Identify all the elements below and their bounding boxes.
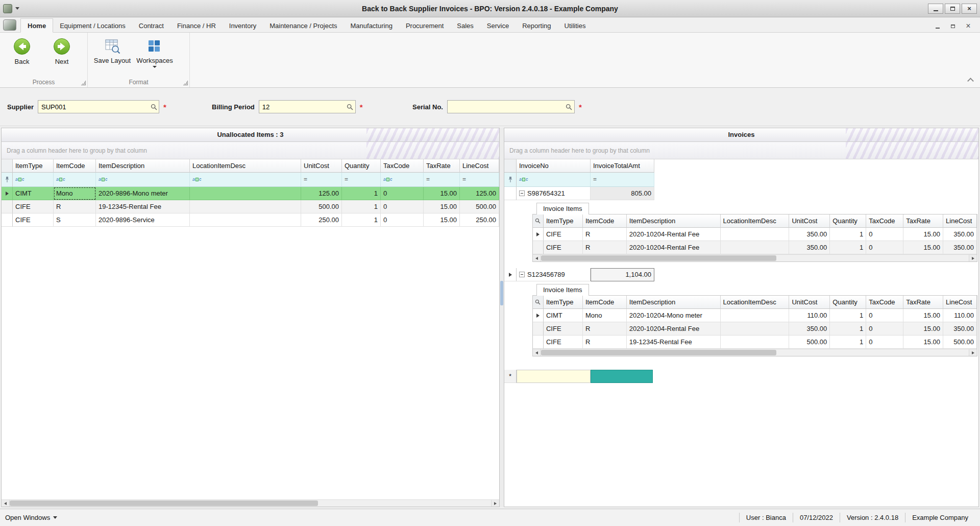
group-by-bar[interactable]: Drag a column header here to group by th… [2, 142, 499, 159]
cell-quantity[interactable]: 1 [830, 228, 866, 241]
minimize-button[interactable] [928, 4, 943, 14]
table-row[interactable]: CIMTMono2020-10204-Mono meter110.001015.… [533, 309, 977, 322]
cell-itemtype[interactable]: CIFE [13, 200, 54, 213]
column-header-itemcode[interactable]: ItemCode [583, 214, 627, 228]
close-button[interactable]: × [962, 4, 977, 14]
column-header-itemtype[interactable]: ItemType [544, 296, 583, 309]
scrollbar-track[interactable] [10, 500, 491, 507]
new-invoice-row[interactable]: * [504, 370, 978, 383]
collapse-icon[interactable] [519, 272, 525, 277]
detail-horizontal-scrollbar[interactable] [533, 254, 977, 261]
cell-taxrate[interactable]: 15.00 [424, 213, 460, 227]
cell-linecost[interactable]: 500.00 [943, 336, 977, 349]
filter-cell-unitcost[interactable]: = [301, 173, 342, 187]
cell-itemcode[interactable]: R [583, 241, 627, 254]
cell-taxcode[interactable]: 0 [866, 322, 903, 336]
cell-itemdescription[interactable]: 2020-9896-Mono meter [96, 187, 190, 200]
cell-unitcost[interactable]: 250.00 [301, 213, 342, 227]
back-button[interactable]: Back [3, 35, 41, 65]
cell-locationitemdesc[interactable] [721, 322, 790, 336]
cell-taxrate[interactable]: 15.00 [424, 187, 460, 200]
cell-itemdescription[interactable]: 2020-9896-Service [96, 213, 190, 227]
group-by-bar[interactable]: Drag a column header here to group by th… [504, 142, 978, 159]
menu-tab-equipment-locations[interactable]: Equipment / Locations [53, 19, 132, 32]
cell-linecost[interactable]: 110.00 [943, 309, 977, 322]
column-header-itemtype[interactable]: ItemType [13, 159, 54, 173]
menu-tab-procurement[interactable]: Procurement [399, 19, 450, 32]
column-header-unitcost[interactable]: UnitCost [301, 159, 342, 173]
column-header-quantity[interactable]: Quantity [830, 296, 866, 309]
cell-itemcode[interactable]: Mono [54, 187, 96, 200]
cell-locationitemdesc[interactable] [721, 309, 790, 322]
cell-locationitemdesc[interactable] [721, 241, 790, 254]
new-invoiceno-cell[interactable] [517, 370, 591, 383]
cell-itemdescription[interactable]: 2020-10204-Rental Fee [627, 228, 721, 241]
search-icon[interactable] [150, 103, 158, 111]
cell-itemcode[interactable]: R [583, 228, 627, 241]
column-header-taxcode[interactable]: TaxCode [381, 159, 424, 173]
column-header-taxrate[interactable]: TaxRate [424, 159, 460, 173]
column-header-itemdescription[interactable]: ItemDescription [627, 296, 721, 309]
table-row[interactable]: CIFER2020-10204-Rental Fee350.001015.003… [533, 322, 977, 336]
filter-cell-linecost[interactable]: = [460, 173, 499, 187]
cell-taxrate[interactable]: 15.00 [903, 228, 943, 241]
cell-unitcost[interactable]: 125.00 [301, 187, 342, 200]
filter-cell-taxcode[interactable]: ac [381, 173, 424, 187]
cell-taxcode[interactable]: 0 [381, 187, 424, 200]
scroll-right-button[interactable] [969, 349, 977, 356]
cell-linecost[interactable]: 350.00 [943, 228, 977, 241]
filter-cell-invoiceno[interactable]: ac [517, 173, 591, 187]
cell-invoiceno[interactable]: S123456789 [517, 268, 591, 281]
cell-linecost[interactable]: 250.00 [460, 213, 499, 227]
cell-quantity[interactable]: 1 [342, 213, 381, 227]
cell-quantity[interactable]: 1 [830, 309, 866, 322]
dialog-launcher-icon[interactable] [81, 81, 86, 85]
scrollbar-track[interactable] [541, 255, 969, 261]
billing-period-input[interactable] [259, 100, 356, 113]
save-layout-button[interactable]: Save Layout [91, 35, 134, 64]
cell-itemcode[interactable]: Mono [583, 309, 627, 322]
cell-locationitemdesc[interactable] [721, 336, 790, 349]
scroll-left-button[interactable] [2, 500, 10, 507]
column-header-taxrate[interactable]: TaxRate [903, 296, 943, 309]
menu-tab-utilities[interactable]: Utilities [558, 19, 593, 32]
mdi-restore-button[interactable] [947, 22, 959, 30]
cell-itemdescription[interactable]: 2020-10204-Rental Fee [627, 241, 721, 254]
cell-itemtype[interactable]: CIFE [544, 228, 583, 241]
column-header-linecost[interactable]: LineCost [943, 296, 977, 309]
menu-tab-manufacturing[interactable]: Manufacturing [344, 19, 399, 32]
column-header-taxrate[interactable]: TaxRate [903, 214, 943, 228]
cell-locationitemdesc[interactable] [721, 228, 790, 241]
cell-taxcode[interactable]: 0 [866, 228, 903, 241]
column-header-invoicetotalamt[interactable]: InvoiceTotalAmt [591, 159, 654, 173]
cell-invoicetotalamt[interactable]: 1,104.00 [591, 268, 654, 281]
filter-pin-icon[interactable] [504, 173, 517, 187]
cell-itemtype[interactable]: CIMT [13, 187, 54, 200]
cell-itemtype[interactable]: CIFE [544, 336, 583, 349]
cell-unitcost[interactable]: 500.00 [301, 200, 342, 213]
menu-tab-finance-hr[interactable]: Finance / HR [170, 19, 223, 32]
cell-itemcode[interactable]: R [583, 336, 627, 349]
filter-pin-icon[interactable] [2, 173, 13, 187]
scrollbar-thumb[interactable] [10, 500, 318, 506]
search-icon[interactable] [565, 103, 573, 111]
menu-tab-reporting[interactable]: Reporting [516, 19, 557, 32]
column-header-quantity[interactable]: Quantity [342, 159, 381, 173]
cell-taxrate[interactable]: 15.00 [903, 309, 943, 322]
table-row[interactable]: CIFES2020-9896-Service250.001015.00250.0… [2, 213, 499, 227]
filter-cell-itemcode[interactable]: ac [54, 173, 96, 187]
cell-taxcode[interactable]: 0 [381, 213, 424, 227]
cell-taxcode[interactable]: 0 [381, 200, 424, 213]
collapse-icon[interactable] [519, 190, 525, 196]
cell-itemtype[interactable]: CIMT [544, 309, 583, 322]
invoice-master-row[interactable]: S1234567891,104.00 [504, 268, 978, 281]
scroll-left-button[interactable] [533, 255, 541, 261]
search-icon[interactable] [533, 214, 544, 228]
cell-locationitemdesc[interactable] [190, 200, 301, 213]
supplier-input[interactable] [38, 100, 159, 113]
cell-itemcode[interactable]: R [54, 200, 96, 213]
cell-unitcost[interactable]: 350.00 [789, 228, 830, 241]
cell-linecost[interactable]: 350.00 [943, 241, 977, 254]
ribbon-collapse-icon[interactable] [967, 78, 974, 84]
cell-taxcode[interactable]: 0 [866, 309, 903, 322]
